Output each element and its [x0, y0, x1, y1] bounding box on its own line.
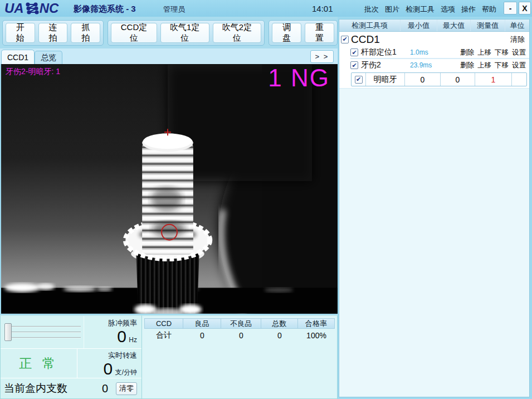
toolbar-group-capture: 开始 连拍 抓拍 — [2, 20, 104, 46]
tool1-checkbox[interactable]: ✔ — [350, 48, 358, 56]
view-tabbar: CCD1 总览 > > — [0, 48, 338, 64]
measurement-name: 明暗牙 — [366, 73, 405, 86]
clear-results-link[interactable]: 清除 — [510, 35, 525, 45]
menu-operation[interactable]: 操作 — [461, 4, 476, 14]
close-button[interactable]: X — [519, 2, 531, 14]
tool1-settings-link[interactable]: 设置 — [512, 48, 526, 57]
titlebar: UA NC 影像筛选系统 - 3 管理员 14:01 批次 图片 检测工具 选项… — [0, 0, 532, 17]
realtime-speed-value: 0 — [104, 359, 113, 378]
measurement-subrow: ✔ 明暗牙 0 0 1 — [351, 72, 527, 86]
current-user: 管理员 — [163, 4, 185, 14]
box-count-section: 当前盒内支数 0 清零 — [1, 378, 141, 398]
clear-count-button[interactable]: 清零 — [116, 382, 137, 395]
continuous-shot-button[interactable]: 连拍 — [38, 23, 68, 43]
tool1-name: 杆部定位1 — [361, 47, 410, 57]
tool1-delete-link[interactable]: 删除 — [460, 48, 474, 57]
stats-col-good: 良品 — [183, 319, 221, 328]
tool-row-rod-position: ✔ 杆部定位1 1.0ms 删除 上移 下移 设置 — [350, 47, 529, 59]
ccd1-group-label: CCD1 — [351, 33, 380, 46]
tool2-settings-link[interactable]: 设置 — [512, 61, 526, 70]
slider-track — [6, 337, 81, 338]
stats-col-bad: 不良品 — [221, 319, 261, 328]
app-logo: UA NC — [4, 1, 58, 16]
checkmark-icon: ✔ — [342, 36, 347, 42]
production-stats-panel: CCD 良品 不良品 总数 合格率 合计 0 0 0 100% — [142, 315, 338, 399]
toolbar-group-positioning: CCD定位 吹气1定位 吹气2定位 — [108, 20, 265, 46]
overlay-defect-label: 牙伤2-明暗牙: 1 — [6, 67, 60, 77]
realtime-speed-section: 实时转速 0 支/分钟 — [77, 349, 141, 378]
toolbar: 开始 连拍 抓拍 CCD定位 吹气1定位 吹气2定位 调盘 重置 — [0, 17, 338, 48]
tools-panel-empty-area — [339, 88, 529, 397]
tool2-delete-link[interactable]: 删除 — [460, 61, 474, 70]
reset-button[interactable]: 重置 — [305, 23, 334, 43]
menu-picture[interactable]: 图片 — [385, 4, 399, 14]
stats-col-rate: 合格率 — [298, 319, 335, 328]
menu-options[interactable]: 选项 — [441, 4, 455, 14]
camera-image-view: 牙伤2-明暗牙: 1 1 NG — [0, 64, 338, 315]
checkmark-icon: ✔ — [352, 62, 357, 69]
realtime-speed-unit: 支/分钟 — [115, 368, 137, 376]
overlay-ng-result: 1 NG — [268, 64, 330, 92]
minimize-button[interactable]: - — [504, 2, 517, 14]
slider-thumb[interactable] — [4, 323, 12, 341]
menu-batch[interactable]: 批次 — [364, 4, 379, 14]
menubar: 批次 图片 检测工具 选项 操作 帮助 — [364, 4, 496, 14]
tool2-move-up-link[interactable]: 上移 — [477, 61, 491, 70]
tab-ccd1[interactable]: CCD1 — [1, 50, 35, 64]
stats-good-count: 0 — [183, 329, 221, 342]
machine-control-panel: 脉冲频率 0 Hz 正 常 实时转速 0 支/分钟 — [0, 315, 142, 399]
measurement-max: 0 — [441, 73, 475, 86]
app-title: 影像筛选系统 - 3 — [74, 4, 136, 14]
subrow-checkbox[interactable]: ✔ — [355, 76, 363, 84]
menu-help[interactable]: 帮助 — [482, 4, 496, 14]
checkmark-icon: ✔ — [352, 50, 357, 56]
tool2-name: 牙伤2 — [361, 60, 410, 70]
tool2-checkbox[interactable]: ✔ — [350, 61, 358, 69]
tool-row-thread-damage: ✔ 牙伤2 23.9ms 删除 上移 下移 设置 — [350, 59, 529, 71]
stats-table: CCD 良品 不良品 总数 合格率 合计 0 0 0 100% — [144, 318, 335, 342]
ccd1-group-row: ✔ CCD1 清除 — [339, 32, 529, 47]
tool2-time: 23.9ms — [410, 61, 432, 69]
logo-text-left: UA — [4, 1, 24, 16]
snapshot-button[interactable]: 抓拍 — [71, 23, 100, 43]
toolbar-group-misc: 调盘 重置 — [269, 20, 338, 46]
col-measured-value: 测量值 — [471, 20, 505, 31]
stats-col-ccd: CCD — [144, 319, 183, 328]
stats-pass-rate: 100% — [298, 329, 335, 342]
ccd1-checkbox[interactable]: ✔ — [341, 36, 349, 43]
tab-overview[interactable]: 总览 — [35, 51, 62, 64]
slider-track — [6, 332, 81, 333]
measurement-min: 0 — [405, 73, 441, 86]
stats-bad-count: 0 — [221, 329, 261, 342]
menu-inspection-tools[interactable]: 检测工具 — [406, 4, 435, 14]
pulse-frequency-label: 脉冲频率 — [84, 318, 137, 328]
machine-status-box: 正 常 — [1, 349, 77, 378]
blow2-position-button[interactable]: 吹气2定位 — [213, 23, 262, 43]
stats-row-name: 合计 — [144, 329, 183, 342]
ccd-position-button[interactable]: CCD定位 — [111, 23, 157, 43]
stats-total-count: 0 — [261, 329, 298, 342]
tool2-move-down-link[interactable]: 下移 — [495, 61, 509, 70]
tool1-move-down-link[interactable]: 下移 — [495, 48, 509, 57]
blow1-position-button[interactable]: 吹气1定位 — [160, 23, 209, 43]
pulse-frequency-unit: Hz — [129, 336, 137, 344]
box-count-value: 0 — [102, 382, 108, 395]
measurement-value: 1 — [475, 73, 512, 86]
slider-track — [6, 326, 81, 327]
col-min-value: 最小值 — [401, 20, 437, 31]
pulse-frequency-value: 0 — [117, 327, 126, 346]
start-button[interactable]: 开始 — [6, 23, 35, 43]
stats-table-header: CCD 良品 不良品 总数 合格率 — [144, 318, 335, 329]
machine-status: 正 常 — [19, 355, 58, 372]
tool1-move-up-link[interactable]: 上移 — [477, 48, 491, 57]
pulse-frequency-slider[interactable] — [4, 320, 83, 344]
box-count-label: 当前盒内支数 — [4, 381, 67, 396]
checkmark-icon: ✔ — [356, 76, 361, 82]
tool1-time: 1.0ms — [410, 48, 428, 56]
clock: 14:01 — [312, 4, 333, 13]
expand-panel-button[interactable]: > > — [310, 50, 334, 63]
adjust-plate-button[interactable]: 调盘 — [272, 23, 301, 43]
col-max-value: 最大值 — [437, 20, 471, 31]
logo-molecule-icon — [25, 2, 39, 15]
col-unit: 单位 — [505, 20, 529, 31]
